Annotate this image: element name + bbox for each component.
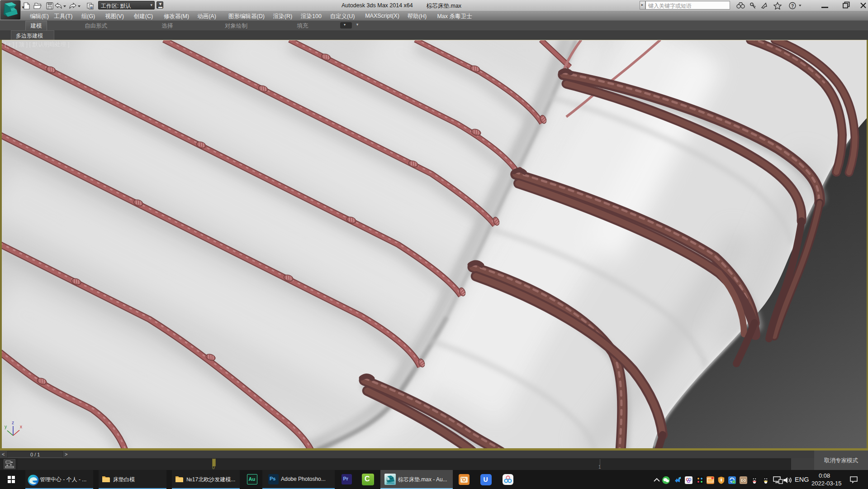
svg-text:y: y [5,424,7,429]
svg-text:[ + ] [ 顶 ] [ 默认明暗处理 ]: [ + ] [ 顶 ] [ 默认明暗处理 ] [5,41,69,48]
svg-text:z: z [12,420,14,425]
svg-text:?: ? [791,4,794,9]
svg-text:x: x [20,424,22,429]
